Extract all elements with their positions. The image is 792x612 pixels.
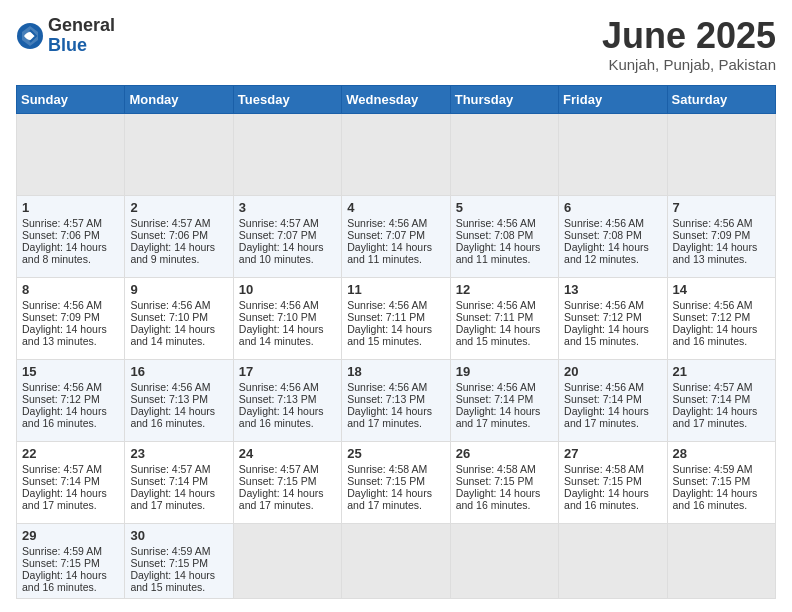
sunrise-label: Sunrise: 4:56 AM xyxy=(456,299,536,311)
calendar-cell: 7 Sunrise: 4:56 AM Sunset: 7:09 PM Dayli… xyxy=(667,195,775,277)
sunset-label: Sunset: 7:09 PM xyxy=(673,229,751,241)
calendar-cell: 4 Sunrise: 4:56 AM Sunset: 7:07 PM Dayli… xyxy=(342,195,450,277)
sunset-label: Sunset: 7:10 PM xyxy=(130,311,208,323)
daylight-label: Daylight: 14 hours and 12 minutes. xyxy=(564,241,649,265)
sunrise-label: Sunrise: 4:56 AM xyxy=(239,299,319,311)
day-of-week-header: Thursday xyxy=(450,85,558,113)
sunrise-label: Sunrise: 4:56 AM xyxy=(673,299,753,311)
day-number: 7 xyxy=(673,200,770,215)
sunset-label: Sunset: 7:06 PM xyxy=(130,229,208,241)
calendar-cell xyxy=(17,113,125,195)
calendar-cell xyxy=(667,113,775,195)
day-number: 6 xyxy=(564,200,661,215)
day-of-week-header: Saturday xyxy=(667,85,775,113)
sunset-label: Sunset: 7:12 PM xyxy=(673,311,751,323)
sunset-label: Sunset: 7:14 PM xyxy=(456,393,534,405)
daylight-label: Daylight: 14 hours and 15 minutes. xyxy=(564,323,649,347)
day-number: 11 xyxy=(347,282,444,297)
calendar-cell: 29 Sunrise: 4:59 AM Sunset: 7:15 PM Dayl… xyxy=(17,523,125,598)
calendar-cell: 12 Sunrise: 4:56 AM Sunset: 7:11 PM Dayl… xyxy=(450,277,558,359)
sunrise-label: Sunrise: 4:57 AM xyxy=(673,381,753,393)
day-number: 17 xyxy=(239,364,336,379)
day-number: 20 xyxy=(564,364,661,379)
sunset-label: Sunset: 7:14 PM xyxy=(564,393,642,405)
day-number: 29 xyxy=(22,528,119,543)
sunrise-label: Sunrise: 4:59 AM xyxy=(22,545,102,557)
day-number: 12 xyxy=(456,282,553,297)
daylight-label: Daylight: 14 hours and 10 minutes. xyxy=(239,241,324,265)
calendar-cell: 28 Sunrise: 4:59 AM Sunset: 7:15 PM Dayl… xyxy=(667,441,775,523)
calendar-cell xyxy=(559,113,667,195)
calendar-cell: 26 Sunrise: 4:58 AM Sunset: 7:15 PM Dayl… xyxy=(450,441,558,523)
calendar-cell: 20 Sunrise: 4:56 AM Sunset: 7:14 PM Dayl… xyxy=(559,359,667,441)
day-number: 28 xyxy=(673,446,770,461)
sunrise-label: Sunrise: 4:56 AM xyxy=(347,381,427,393)
location: Kunjah, Punjab, Pakistan xyxy=(602,56,776,73)
sunrise-label: Sunrise: 4:57 AM xyxy=(239,217,319,229)
daylight-label: Daylight: 14 hours and 17 minutes. xyxy=(347,487,432,511)
logo-blue-text: Blue xyxy=(48,35,87,55)
sunrise-label: Sunrise: 4:59 AM xyxy=(130,545,210,557)
sunset-label: Sunset: 7:11 PM xyxy=(456,311,534,323)
logo: General Blue xyxy=(16,16,115,56)
sunrise-label: Sunrise: 4:56 AM xyxy=(564,299,644,311)
daylight-label: Daylight: 14 hours and 14 minutes. xyxy=(239,323,324,347)
daylight-label: Daylight: 14 hours and 9 minutes. xyxy=(130,241,215,265)
sunset-label: Sunset: 7:10 PM xyxy=(239,311,317,323)
daylight-label: Daylight: 14 hours and 17 minutes. xyxy=(564,405,649,429)
calendar-cell: 1 Sunrise: 4:57 AM Sunset: 7:06 PM Dayli… xyxy=(17,195,125,277)
daylight-label: Daylight: 14 hours and 16 minutes. xyxy=(673,487,758,511)
calendar-cell: 9 Sunrise: 4:56 AM Sunset: 7:10 PM Dayli… xyxy=(125,277,233,359)
sunset-label: Sunset: 7:15 PM xyxy=(239,475,317,487)
sunrise-label: Sunrise: 4:56 AM xyxy=(239,381,319,393)
sunset-label: Sunset: 7:14 PM xyxy=(22,475,100,487)
calendar-cell xyxy=(667,523,775,598)
calendar-cell: 6 Sunrise: 4:56 AM Sunset: 7:08 PM Dayli… xyxy=(559,195,667,277)
sunset-label: Sunset: 7:15 PM xyxy=(22,557,100,569)
sunset-label: Sunset: 7:09 PM xyxy=(22,311,100,323)
sunrise-label: Sunrise: 4:58 AM xyxy=(564,463,644,475)
day-number: 22 xyxy=(22,446,119,461)
calendar-table: SundayMondayTuesdayWednesdayThursdayFrid… xyxy=(16,85,776,599)
daylight-label: Daylight: 14 hours and 16 minutes. xyxy=(564,487,649,511)
calendar-cell: 19 Sunrise: 4:56 AM Sunset: 7:14 PM Dayl… xyxy=(450,359,558,441)
day-of-week-header: Wednesday xyxy=(342,85,450,113)
calendar-cell: 5 Sunrise: 4:56 AM Sunset: 7:08 PM Dayli… xyxy=(450,195,558,277)
sunset-label: Sunset: 7:15 PM xyxy=(347,475,425,487)
calendar-cell: 13 Sunrise: 4:56 AM Sunset: 7:12 PM Dayl… xyxy=(559,277,667,359)
day-number: 19 xyxy=(456,364,553,379)
daylight-label: Daylight: 14 hours and 17 minutes. xyxy=(673,405,758,429)
day-of-week-header: Friday xyxy=(559,85,667,113)
sunrise-label: Sunrise: 4:56 AM xyxy=(347,299,427,311)
daylight-label: Daylight: 14 hours and 17 minutes. xyxy=(130,487,215,511)
daylight-label: Daylight: 14 hours and 15 minutes. xyxy=(456,323,541,347)
month-title: June 2025 xyxy=(602,16,776,56)
calendar-cell xyxy=(342,523,450,598)
sunrise-label: Sunrise: 4:56 AM xyxy=(22,381,102,393)
daylight-label: Daylight: 14 hours and 14 minutes. xyxy=(130,323,215,347)
daylight-label: Daylight: 14 hours and 16 minutes. xyxy=(456,487,541,511)
calendar-cell: 18 Sunrise: 4:56 AM Sunset: 7:13 PM Dayl… xyxy=(342,359,450,441)
sunrise-label: Sunrise: 4:56 AM xyxy=(456,381,536,393)
daylight-label: Daylight: 14 hours and 16 minutes. xyxy=(22,405,107,429)
calendar-cell: 21 Sunrise: 4:57 AM Sunset: 7:14 PM Dayl… xyxy=(667,359,775,441)
calendar-cell xyxy=(450,113,558,195)
day-number: 1 xyxy=(22,200,119,215)
sunset-label: Sunset: 7:15 PM xyxy=(456,475,534,487)
sunrise-label: Sunrise: 4:59 AM xyxy=(673,463,753,475)
calendar-cell: 23 Sunrise: 4:57 AM Sunset: 7:14 PM Dayl… xyxy=(125,441,233,523)
daylight-label: Daylight: 14 hours and 17 minutes. xyxy=(456,405,541,429)
daylight-label: Daylight: 14 hours and 11 minutes. xyxy=(347,241,432,265)
day-of-week-header: Tuesday xyxy=(233,85,341,113)
sunrise-label: Sunrise: 4:57 AM xyxy=(130,463,210,475)
calendar-cell: 22 Sunrise: 4:57 AM Sunset: 7:14 PM Dayl… xyxy=(17,441,125,523)
day-number: 13 xyxy=(564,282,661,297)
day-number: 23 xyxy=(130,446,227,461)
calendar-cell: 30 Sunrise: 4:59 AM Sunset: 7:15 PM Dayl… xyxy=(125,523,233,598)
sunset-label: Sunset: 7:13 PM xyxy=(130,393,208,405)
day-number: 26 xyxy=(456,446,553,461)
sunrise-label: Sunrise: 4:58 AM xyxy=(456,463,536,475)
calendar-cell: 10 Sunrise: 4:56 AM Sunset: 7:10 PM Dayl… xyxy=(233,277,341,359)
sunset-label: Sunset: 7:12 PM xyxy=(564,311,642,323)
calendar-cell xyxy=(233,113,341,195)
